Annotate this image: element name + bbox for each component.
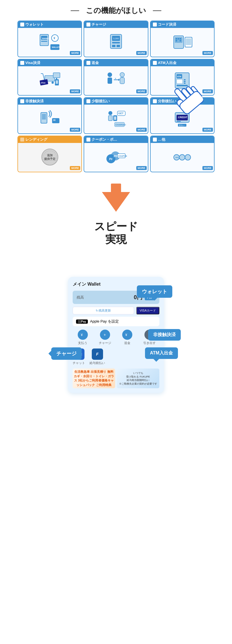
quick-actions: ¥ 支払う + チャージ ¥ 送金: [73, 330, 159, 345]
other-header-icon: [153, 138, 157, 142]
fukupe-label: 給与前払い: [90, 361, 105, 365]
tile-other[interactable]: …他 ••• MORE: [150, 136, 215, 172]
charge-header-icon: [86, 23, 90, 27]
svg-rect-45: [184, 79, 186, 80]
lending-body: 追加 提供予定 MORE: [18, 143, 81, 171]
coupon-more: MORE: [136, 166, 147, 170]
svg-rect-16: [176, 38, 177, 39]
apple-pay-logo: ⬛Pay: [76, 319, 88, 324]
code-pay-illustration: [171, 33, 193, 51]
tile-code-pay[interactable]: コード決済: [150, 21, 215, 57]
svg-text:CHARGE!: CHARGE!: [115, 123, 126, 126]
transfer-more: MORE: [136, 89, 147, 93]
tile-lending-header: レンディング: [18, 136, 81, 143]
banner-right-text: いつでも 受け取れる FUKUPE 給与相当額随時払い ※ご勤務先企業の契約が必…: [119, 371, 157, 385]
tile-charge[interactable]: チャージ 3,200 MORE: [84, 21, 148, 57]
svg-text:¥: ¥: [53, 36, 55, 40]
installment-header-icon: [153, 99, 157, 103]
wallet-label: ウォレット: [25, 22, 44, 27]
quick-send[interactable]: ¥ 送金: [117, 330, 137, 345]
visa-header-icon: [20, 61, 24, 65]
quick-charge-label: チャージ: [99, 341, 111, 345]
svg-rect-31: [56, 78, 57, 79]
apple-pay-row[interactable]: ⬛Pay Apple Pay を設定: [73, 317, 159, 326]
action-row: ↻ 残高更新 VISAカード: [73, 307, 159, 314]
svg-rect-18: [180, 38, 181, 39]
apple-pay-label: Apple Pay を設定: [90, 319, 119, 324]
svg-point-76: [185, 155, 191, 160]
contactless-illustration: [39, 110, 61, 128]
lending-more: MORE: [70, 166, 80, 170]
charge-body: 3,200 MORE: [84, 28, 148, 56]
wallet-callout-text: ウォレット: [142, 289, 167, 294]
tile-visa-pay[interactable]: Visa決済 Visa: [17, 59, 82, 96]
lending-label: レンディング: [25, 137, 47, 142]
visa-card-btn[interactable]: VISAカード: [136, 307, 159, 314]
svg-text:PP: PP: [114, 155, 118, 158]
pending-label: 追加 提供予定: [41, 149, 58, 166]
tile-wallet[interactable]: ウォレット BANK ¥: [17, 21, 82, 57]
svg-point-75: [179, 155, 185, 160]
code-header-icon: [153, 23, 157, 27]
tile-wallet-header: ウォレット: [18, 21, 81, 28]
svg-text:+: +: [104, 332, 106, 337]
svg-rect-11: [112, 42, 120, 43]
visa-pay-more: MORE: [70, 89, 80, 93]
arrow-section: スピード 実現: [0, 172, 232, 254]
charge-callout: チャージ: [51, 347, 82, 360]
svg-text:ATM: ATM: [177, 76, 181, 78]
other-body: ••• MORE: [151, 143, 214, 171]
svg-rect-13: [117, 45, 120, 47]
lending-header-icon: [20, 138, 24, 142]
tile-charge-header: チャージ: [84, 21, 148, 28]
service-fukupe[interactable]: F 給与前払い: [90, 349, 105, 365]
banner-left[interactable]: 生活救急車 出張見積り 無料 カギ・水回り・トイレ・ガラス 3社からご利用者価格…: [73, 369, 115, 388]
atm-callout: ATM入出金: [145, 347, 178, 359]
svg-rect-12: [112, 45, 115, 47]
tile-contactless-header: 非接触決済: [18, 98, 81, 105]
tile-coupon[interactable]: クーポン・ポ… PP PP COUPON: [84, 136, 148, 172]
svg-rect-17: [178, 38, 179, 39]
svg-text:COUPON: COUPON: [118, 155, 127, 157]
quick-charge-icon: +: [100, 330, 110, 340]
contactless-more: MORE: [70, 128, 80, 132]
refresh-btn[interactable]: ↻ 残高更新: [73, 307, 134, 314]
svg-rect-56: [114, 116, 116, 120]
code-pay-body: MORE: [151, 28, 214, 56]
wallet-callout: ウォレット: [137, 285, 172, 298]
quick-charge[interactable]: + チャージ: [95, 330, 115, 345]
contactless-label: 非接触決済: [25, 99, 44, 104]
charge-illustration: 3,200: [105, 33, 127, 51]
svg-rect-3: [41, 41, 47, 42]
coupon-illustration: PP PP COUPON: [105, 148, 127, 166]
balance-label: 残高: [77, 295, 84, 300]
buy-now-header-icon: [86, 99, 90, 103]
svg-rect-22: [186, 38, 191, 45]
svg-text:Visa: Visa: [41, 81, 46, 84]
tile-buy-now[interactable]: 少額後払い GET: [84, 97, 148, 134]
page-title: この機能がほしい: [11, 6, 221, 16]
contactless-callout-text: 非接触決済: [153, 332, 176, 337]
svg-text:¥: ¥: [115, 77, 116, 80]
transfer-illustration: ¥: [105, 71, 127, 90]
charge-callout-text: チャージ: [56, 351, 77, 356]
wallet-header-icon: [20, 23, 24, 27]
tile-transfer[interactable]: 送金 ¥: [84, 59, 148, 96]
svg-rect-35: [108, 78, 112, 84]
transfer-label: 送金: [92, 60, 99, 65]
other-illustration: •••: [171, 148, 193, 166]
buy-now-more: MORE: [136, 128, 147, 132]
tile-coupon-header: クーポン・ポ…: [84, 136, 148, 143]
svg-rect-54: [108, 116, 112, 121]
bottom-section: ウォレット 非接触決済 チャージ ATM入出金 メイン Wallet 残高 0円…: [0, 254, 232, 404]
wallet-body: BANK ¥ WALLET MORE: [18, 28, 81, 56]
atm-more: MORE: [202, 89, 213, 93]
quick-pay[interactable]: ¥ 支払う: [73, 330, 93, 345]
quick-pay-icon: ¥: [78, 330, 88, 340]
tile-contactless[interactable]: 非接触決済: [17, 97, 82, 134]
tile-lending[interactable]: レンディング 追加 提供予定 MORE: [17, 136, 82, 172]
svg-text:¥: ¥: [81, 333, 83, 337]
chat-label: チャット: [73, 361, 85, 365]
banner-right[interactable]: いつでも 受け取れる FUKUPE 給与相当額随時払い ※ご勤務先企業の契約が必…: [117, 369, 159, 388]
coupon-label: クーポン・ポ…: [92, 137, 117, 142]
